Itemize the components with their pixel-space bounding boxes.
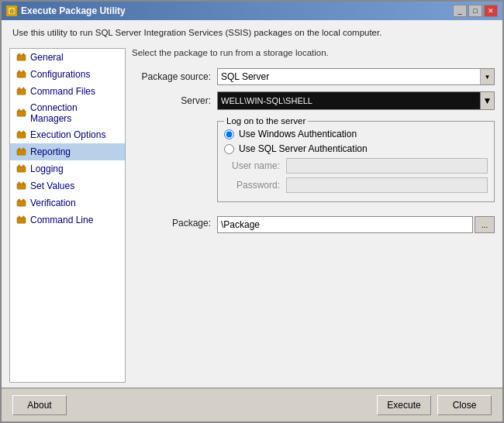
svg-rect-30 (18, 215, 19, 218)
verification-icon (15, 197, 27, 209)
server-dropdown-btn[interactable]: ▼ (480, 92, 494, 109)
svg-rect-24 (18, 181, 19, 184)
svg-rect-9 (18, 87, 19, 89)
package-input[interactable] (217, 216, 473, 233)
panel-description: Select the package to run from a storage… (132, 48, 495, 57)
svg-rect-13 (22, 108, 24, 111)
sidebar-item-set-values[interactable]: Set Values (10, 177, 125, 194)
svg-rect-7 (22, 70, 24, 72)
password-input[interactable] (286, 177, 488, 193)
svg-rect-21 (18, 164, 19, 167)
footer: About Execute Close (2, 387, 502, 421)
username-row: User name: (224, 158, 488, 174)
sidebar-item-verification[interactable]: Verification (10, 194, 125, 212)
title-controls: _ □ ✕ (453, 5, 498, 17)
svg-rect-2 (16, 54, 25, 60)
footer-left: About (12, 395, 67, 415)
logon-legend: Log on to the server (224, 116, 308, 126)
command-files-icon (15, 85, 27, 98)
connection-managers-icon (15, 107, 27, 119)
set-values-icon (15, 180, 27, 192)
sql-auth-radio[interactable] (224, 144, 234, 154)
window-icon: ⚙ (6, 5, 17, 16)
execute-button[interactable]: Execute (377, 395, 431, 415)
sidebar-item-connection-managers[interactable]: Connection Managers (10, 100, 125, 126)
windows-auth-label: Use Windows Authentication (239, 129, 357, 139)
logon-fieldset: Log on to the server Use Windows Authent… (217, 116, 495, 202)
svg-text:⚙: ⚙ (9, 9, 14, 14)
svg-rect-4 (22, 53, 24, 55)
top-description: Use this utility to run SQL Server Integ… (2, 20, 502, 43)
server-input[interactable] (218, 92, 480, 109)
username-label: User name: (224, 160, 286, 171)
command-line-icon (15, 214, 27, 226)
svg-rect-18 (18, 147, 19, 150)
sidebar-item-execution-options[interactable]: Execution Options (10, 126, 125, 143)
footer-right: Execute Close (377, 395, 492, 415)
close-button[interactable]: Close (437, 395, 492, 415)
reporting-icon (15, 146, 27, 158)
sidebar-item-logging[interactable]: Logging (10, 160, 125, 177)
main-window: ⚙ Execute Package Utility _ □ ✕ Use this… (0, 0, 504, 423)
package-label: Package: (132, 216, 217, 229)
execution-options-icon (15, 129, 27, 141)
minimize-button[interactable]: _ (453, 5, 467, 17)
svg-rect-12 (18, 108, 19, 111)
sql-auth-row: Use SQL Server Authentication (224, 143, 488, 154)
maximize-button[interactable]: □ (468, 5, 482, 17)
server-label: Server: (132, 95, 217, 106)
svg-rect-29 (16, 217, 25, 222)
server-control: ▼ (217, 91, 495, 110)
password-row: Password: (224, 177, 488, 193)
svg-rect-28 (22, 198, 24, 201)
logging-icon (15, 163, 27, 175)
title-bar-left: ⚙ Execute Package Utility (6, 5, 126, 16)
svg-rect-19 (22, 147, 24, 150)
package-row: Package: ... (132, 216, 495, 233)
svg-rect-26 (16, 200, 25, 205)
package-source-row: Package source: ▼ (132, 68, 495, 85)
svg-rect-14 (16, 132, 25, 137)
windows-auth-radio[interactable] (224, 129, 234, 139)
svg-rect-23 (16, 183, 25, 188)
main-body: General Configurations Command Files Con… (2, 43, 502, 387)
package-source-wrapper: ▼ (217, 68, 495, 85)
sidebar-item-reporting[interactable]: Reporting (10, 143, 125, 160)
svg-rect-10 (22, 87, 24, 89)
svg-rect-27 (18, 198, 19, 201)
package-source-input[interactable] (218, 69, 480, 84)
svg-rect-17 (16, 149, 25, 154)
username-input[interactable] (286, 158, 488, 174)
svg-rect-11 (16, 110, 25, 115)
package-input-wrapper: ... (217, 216, 495, 233)
package-source-label: Package source: (132, 71, 217, 82)
logon-section: Log on to the server Use Windows Authent… (132, 116, 495, 210)
window-title: Execute Package Utility (21, 5, 126, 16)
svg-rect-31 (22, 215, 24, 218)
package-source-dropdown-btn[interactable]: ▼ (480, 69, 494, 84)
sidebar-item-configurations[interactable]: Configurations (10, 66, 125, 83)
password-label: Password: (224, 180, 286, 191)
server-row: Server: ▼ (132, 91, 495, 110)
sidebar-item-general[interactable]: General (10, 49, 125, 66)
about-button[interactable]: About (12, 395, 67, 415)
close-window-button[interactable]: ✕ (484, 5, 498, 17)
general-icon (15, 51, 27, 64)
svg-rect-3 (18, 53, 19, 55)
svg-rect-16 (22, 130, 24, 132)
server-combo-wrapper: ▼ (217, 91, 495, 110)
svg-rect-25 (22, 181, 24, 184)
sidebar-item-command-line[interactable]: Command Line (10, 212, 125, 229)
windows-auth-row: Use Windows Authentication (224, 129, 488, 139)
svg-rect-6 (18, 70, 19, 72)
svg-rect-20 (16, 166, 25, 171)
logon-spacer (132, 116, 217, 210)
svg-rect-5 (16, 71, 25, 77)
browse-button[interactable]: ... (475, 216, 495, 233)
svg-rect-22 (22, 164, 24, 167)
package-source-control: ▼ (217, 68, 495, 85)
sidebar-item-command-files[interactable]: Command Files (10, 83, 125, 100)
svg-rect-15 (18, 130, 19, 132)
right-panel: Select the package to run from a storage… (132, 48, 495, 383)
svg-rect-8 (16, 88, 25, 94)
